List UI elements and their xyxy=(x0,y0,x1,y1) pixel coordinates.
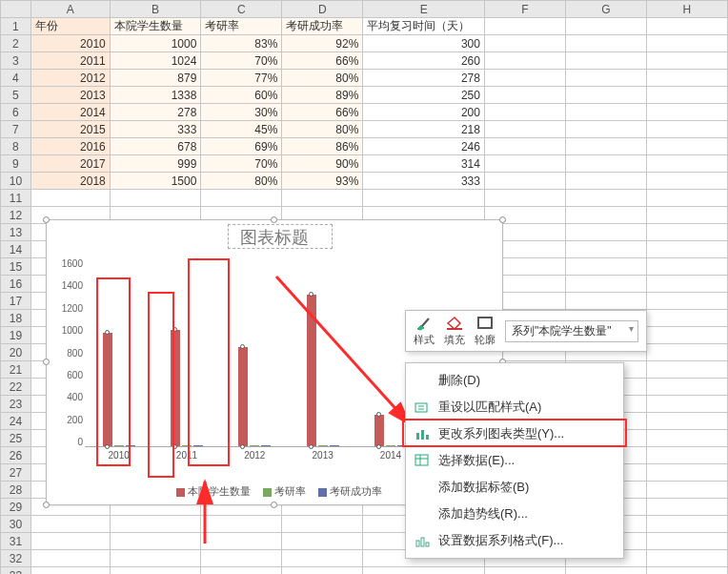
row-header[interactable]: 20 xyxy=(1,344,31,361)
table-row[interactable]: 33 xyxy=(1,567,728,575)
cell[interactable]: 考研成功率 xyxy=(282,18,363,35)
cell[interactable] xyxy=(565,258,646,276)
cell[interactable] xyxy=(646,52,727,70)
cell[interactable] xyxy=(484,173,565,190)
bar[interactable] xyxy=(114,445,124,446)
resize-handle[interactable] xyxy=(271,216,277,223)
cell[interactable]: 本院学生数量 xyxy=(110,18,201,35)
ctx-add-trendline[interactable]: 添加趋势线(R)... xyxy=(406,501,623,527)
col-H[interactable]: H xyxy=(646,1,727,18)
row-header[interactable]: 7 xyxy=(1,121,31,138)
cell[interactable] xyxy=(484,567,565,575)
cell[interactable]: 300 xyxy=(363,35,485,52)
row-header[interactable]: 26 xyxy=(1,447,31,464)
col-C[interactable]: C xyxy=(201,1,282,18)
col-F[interactable]: F xyxy=(484,1,565,18)
cell[interactable] xyxy=(646,207,727,224)
cell[interactable]: 200 xyxy=(363,104,485,121)
cell[interactable] xyxy=(565,121,646,138)
cell[interactable] xyxy=(646,379,727,396)
cell[interactable] xyxy=(565,293,646,310)
cell[interactable] xyxy=(646,121,727,138)
cell[interactable] xyxy=(646,293,727,310)
cell[interactable] xyxy=(282,516,363,533)
table-row[interactable]: 8201667869%86%246 xyxy=(1,138,728,155)
select-all[interactable] xyxy=(1,1,31,18)
cell[interactable]: 70% xyxy=(201,155,282,173)
cell[interactable] xyxy=(646,567,727,575)
bar[interactable] xyxy=(261,445,271,446)
cell[interactable]: 1000 xyxy=(110,35,201,52)
cell[interactable]: 2014 xyxy=(30,104,110,121)
cell[interactable] xyxy=(646,87,727,104)
cell[interactable]: 879 xyxy=(110,70,201,87)
cell[interactable]: 2015 xyxy=(30,121,110,138)
row-header[interactable]: 29 xyxy=(1,499,31,516)
ctx-delete[interactable]: 删除(D) xyxy=(406,367,623,394)
row-header[interactable]: 30 xyxy=(1,516,31,533)
row-header[interactable]: 33 xyxy=(1,567,31,575)
cell[interactable] xyxy=(565,567,646,575)
table-row[interactable]: 1年份本院学生数量考研率考研成功率平均复习时间（天） xyxy=(1,18,728,35)
cell[interactable]: 30% xyxy=(201,104,282,121)
row-header[interactable]: 27 xyxy=(1,464,31,482)
row-header[interactable]: 24 xyxy=(1,413,31,430)
cell[interactable]: 2017 xyxy=(30,155,110,173)
cell[interactable] xyxy=(565,173,646,190)
cell[interactable] xyxy=(646,35,727,52)
row-header[interactable]: 4 xyxy=(1,70,31,87)
cell[interactable]: 2018 xyxy=(30,173,110,190)
bar[interactable] xyxy=(126,445,135,446)
cell[interactable]: 66% xyxy=(282,52,363,70)
cell[interactable]: 2012 xyxy=(30,70,110,87)
resize-handle[interactable] xyxy=(271,502,277,508)
cell[interactable]: 60% xyxy=(201,87,282,104)
bar[interactable] xyxy=(250,445,259,446)
ctx-reset-style[interactable]: 重设以匹配样式(A) xyxy=(406,394,623,420)
cell[interactable]: 80% xyxy=(201,173,282,190)
bar[interactable] xyxy=(182,445,192,446)
row-header[interactable]: 3 xyxy=(1,52,31,70)
row-header[interactable]: 28 xyxy=(1,482,31,499)
cell[interactable]: 80% xyxy=(282,70,363,87)
cell[interactable] xyxy=(363,190,485,207)
resize-handle[interactable] xyxy=(43,359,50,365)
cell[interactable] xyxy=(646,224,727,241)
cell[interactable]: 考研率 xyxy=(201,18,282,35)
ctx-change-chart-type[interactable]: 更改系列图表类型(Y)... xyxy=(406,420,623,447)
cell[interactable]: 93% xyxy=(282,173,363,190)
column-header-row[interactable]: A B C D E F G H xyxy=(1,1,728,18)
cell[interactable] xyxy=(484,35,565,52)
cell[interactable] xyxy=(646,499,727,516)
cell[interactable] xyxy=(282,190,363,207)
table-row[interactable]: 9201799970%90%314 xyxy=(1,155,728,173)
cell[interactable] xyxy=(565,18,646,35)
cell[interactable]: 278 xyxy=(363,70,485,87)
cell[interactable] xyxy=(646,241,727,258)
col-E[interactable]: E xyxy=(363,1,485,18)
cell[interactable] xyxy=(646,533,727,550)
bar[interactable] xyxy=(103,333,112,446)
cell[interactable]: 2016 xyxy=(30,138,110,155)
cell[interactable]: 314 xyxy=(363,155,485,173)
cell[interactable] xyxy=(646,155,727,173)
cell[interactable] xyxy=(565,155,646,173)
cell[interactable] xyxy=(565,138,646,155)
bar[interactable] xyxy=(330,445,339,446)
cell[interactable]: 平均复习时间（天） xyxy=(363,18,485,35)
col-G[interactable]: G xyxy=(565,1,646,18)
cell[interactable] xyxy=(110,567,201,575)
cell[interactable] xyxy=(30,550,110,567)
cell[interactable]: 1024 xyxy=(110,52,201,70)
table-row[interactable]: 52013133860%89%250 xyxy=(1,87,728,104)
cell[interactable]: 69% xyxy=(201,138,282,155)
cell[interactable]: 年份 xyxy=(30,18,110,35)
cell[interactable] xyxy=(565,35,646,52)
col-B[interactable]: B xyxy=(110,1,201,18)
cell[interactable] xyxy=(484,155,565,173)
cell[interactable]: 2010 xyxy=(30,35,110,52)
row-header[interactable]: 17 xyxy=(1,293,31,310)
cell[interactable] xyxy=(484,190,565,207)
cell[interactable] xyxy=(484,138,565,155)
chart-context-menu[interactable]: 删除(D) 重设以匹配样式(A) 更改系列图表类型(Y)... 选择数据(E).… xyxy=(405,362,624,559)
